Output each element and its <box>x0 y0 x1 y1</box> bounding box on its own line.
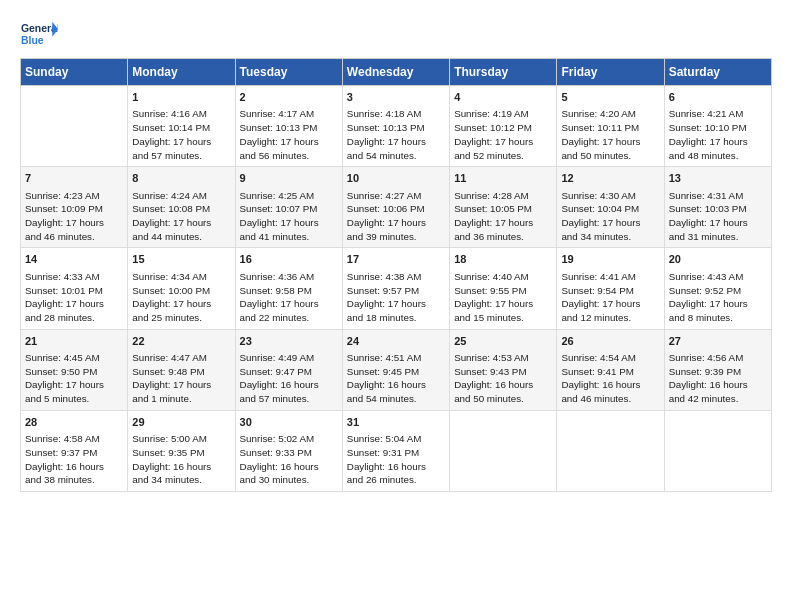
day-number: 19 <box>561 252 659 267</box>
calendar-cell <box>664 410 771 491</box>
day-number: 31 <box>347 415 445 430</box>
day-content: Sunrise: 4:36 AM Sunset: 9:58 PM Dayligh… <box>240 270 338 325</box>
svg-text:Blue: Blue <box>21 35 44 46</box>
calendar-cell: 9Sunrise: 4:25 AM Sunset: 10:07 PM Dayli… <box>235 167 342 248</box>
day-number: 29 <box>132 415 230 430</box>
day-number: 26 <box>561 334 659 349</box>
calendar-cell: 24Sunrise: 4:51 AM Sunset: 9:45 PM Dayli… <box>342 329 449 410</box>
page: General Blue SundayMondayTuesdayWednesda… <box>0 0 792 504</box>
day-number: 13 <box>669 171 767 186</box>
logo: General Blue <box>20 16 58 52</box>
calendar-cell: 25Sunrise: 4:53 AM Sunset: 9:43 PM Dayli… <box>450 329 557 410</box>
day-number: 6 <box>669 90 767 105</box>
calendar-cell: 3Sunrise: 4:18 AM Sunset: 10:13 PM Dayli… <box>342 86 449 167</box>
day-content: Sunrise: 4:33 AM Sunset: 10:01 PM Daylig… <box>25 270 123 325</box>
day-number: 25 <box>454 334 552 349</box>
day-number: 5 <box>561 90 659 105</box>
day-number: 23 <box>240 334 338 349</box>
day-content: Sunrise: 4:56 AM Sunset: 9:39 PM Dayligh… <box>669 351 767 406</box>
day-content: Sunrise: 4:45 AM Sunset: 9:50 PM Dayligh… <box>25 351 123 406</box>
day-content: Sunrise: 4:34 AM Sunset: 10:00 PM Daylig… <box>132 270 230 325</box>
calendar-cell: 29Sunrise: 5:00 AM Sunset: 9:35 PM Dayli… <box>128 410 235 491</box>
calendar-cell: 21Sunrise: 4:45 AM Sunset: 9:50 PM Dayli… <box>21 329 128 410</box>
day-number: 30 <box>240 415 338 430</box>
day-content: Sunrise: 4:49 AM Sunset: 9:47 PM Dayligh… <box>240 351 338 406</box>
day-number: 12 <box>561 171 659 186</box>
calendar-cell: 8Sunrise: 4:24 AM Sunset: 10:08 PM Dayli… <box>128 167 235 248</box>
day-content: Sunrise: 4:51 AM Sunset: 9:45 PM Dayligh… <box>347 351 445 406</box>
day-content: Sunrise: 4:40 AM Sunset: 9:55 PM Dayligh… <box>454 270 552 325</box>
header: General Blue <box>20 16 772 52</box>
calendar-cell: 5Sunrise: 4:20 AM Sunset: 10:11 PM Dayli… <box>557 86 664 167</box>
calendar-cell: 20Sunrise: 4:43 AM Sunset: 9:52 PM Dayli… <box>664 248 771 329</box>
calendar-cell: 16Sunrise: 4:36 AM Sunset: 9:58 PM Dayli… <box>235 248 342 329</box>
day-number: 18 <box>454 252 552 267</box>
calendar-cell <box>557 410 664 491</box>
day-content: Sunrise: 4:47 AM Sunset: 9:48 PM Dayligh… <box>132 351 230 406</box>
week-row-5: 28Sunrise: 4:58 AM Sunset: 9:37 PM Dayli… <box>21 410 772 491</box>
header-cell-tuesday: Tuesday <box>235 59 342 86</box>
day-content: Sunrise: 4:54 AM Sunset: 9:41 PM Dayligh… <box>561 351 659 406</box>
day-number: 28 <box>25 415 123 430</box>
week-row-3: 14Sunrise: 4:33 AM Sunset: 10:01 PM Dayl… <box>21 248 772 329</box>
day-content: Sunrise: 4:20 AM Sunset: 10:11 PM Daylig… <box>561 107 659 162</box>
day-content: Sunrise: 5:02 AM Sunset: 9:33 PM Dayligh… <box>240 432 338 487</box>
day-number: 20 <box>669 252 767 267</box>
header-cell-wednesday: Wednesday <box>342 59 449 86</box>
day-content: Sunrise: 4:16 AM Sunset: 10:14 PM Daylig… <box>132 107 230 162</box>
day-number: 9 <box>240 171 338 186</box>
calendar-cell: 31Sunrise: 5:04 AM Sunset: 9:31 PM Dayli… <box>342 410 449 491</box>
header-cell-friday: Friday <box>557 59 664 86</box>
day-content: Sunrise: 4:53 AM Sunset: 9:43 PM Dayligh… <box>454 351 552 406</box>
calendar-cell: 27Sunrise: 4:56 AM Sunset: 9:39 PM Dayli… <box>664 329 771 410</box>
calendar-cell: 30Sunrise: 5:02 AM Sunset: 9:33 PM Dayli… <box>235 410 342 491</box>
day-number: 1 <box>132 90 230 105</box>
calendar-cell: 12Sunrise: 4:30 AM Sunset: 10:04 PM Dayl… <box>557 167 664 248</box>
calendar-cell: 14Sunrise: 4:33 AM Sunset: 10:01 PM Dayl… <box>21 248 128 329</box>
day-content: Sunrise: 4:28 AM Sunset: 10:05 PM Daylig… <box>454 189 552 244</box>
calendar-cell: 22Sunrise: 4:47 AM Sunset: 9:48 PM Dayli… <box>128 329 235 410</box>
day-number: 16 <box>240 252 338 267</box>
calendar-cell: 1Sunrise: 4:16 AM Sunset: 10:14 PM Dayli… <box>128 86 235 167</box>
day-content: Sunrise: 4:58 AM Sunset: 9:37 PM Dayligh… <box>25 432 123 487</box>
day-number: 15 <box>132 252 230 267</box>
calendar-cell: 4Sunrise: 4:19 AM Sunset: 10:12 PM Dayli… <box>450 86 557 167</box>
day-content: Sunrise: 4:43 AM Sunset: 9:52 PM Dayligh… <box>669 270 767 325</box>
week-row-4: 21Sunrise: 4:45 AM Sunset: 9:50 PM Dayli… <box>21 329 772 410</box>
day-content: Sunrise: 4:31 AM Sunset: 10:03 PM Daylig… <box>669 189 767 244</box>
day-number: 8 <box>132 171 230 186</box>
day-number: 4 <box>454 90 552 105</box>
calendar-cell: 2Sunrise: 4:17 AM Sunset: 10:13 PM Dayli… <box>235 86 342 167</box>
week-row-2: 7Sunrise: 4:23 AM Sunset: 10:09 PM Dayli… <box>21 167 772 248</box>
calendar-cell: 18Sunrise: 4:40 AM Sunset: 9:55 PM Dayli… <box>450 248 557 329</box>
day-number: 22 <box>132 334 230 349</box>
day-content: Sunrise: 4:17 AM Sunset: 10:13 PM Daylig… <box>240 107 338 162</box>
header-cell-saturday: Saturday <box>664 59 771 86</box>
calendar-cell: 17Sunrise: 4:38 AM Sunset: 9:57 PM Dayli… <box>342 248 449 329</box>
day-number: 17 <box>347 252 445 267</box>
calendar-cell: 26Sunrise: 4:54 AM Sunset: 9:41 PM Dayli… <box>557 329 664 410</box>
day-number: 7 <box>25 171 123 186</box>
day-number: 11 <box>454 171 552 186</box>
week-row-1: 1Sunrise: 4:16 AM Sunset: 10:14 PM Dayli… <box>21 86 772 167</box>
logo-svg: General Blue <box>20 16 58 52</box>
day-content: Sunrise: 4:21 AM Sunset: 10:10 PM Daylig… <box>669 107 767 162</box>
day-content: Sunrise: 4:23 AM Sunset: 10:09 PM Daylig… <box>25 189 123 244</box>
day-content: Sunrise: 4:24 AM Sunset: 10:08 PM Daylig… <box>132 189 230 244</box>
day-content: Sunrise: 4:18 AM Sunset: 10:13 PM Daylig… <box>347 107 445 162</box>
header-cell-sunday: Sunday <box>21 59 128 86</box>
day-content: Sunrise: 4:19 AM Sunset: 10:12 PM Daylig… <box>454 107 552 162</box>
calendar-cell: 10Sunrise: 4:27 AM Sunset: 10:06 PM Dayl… <box>342 167 449 248</box>
day-content: Sunrise: 5:00 AM Sunset: 9:35 PM Dayligh… <box>132 432 230 487</box>
day-number: 3 <box>347 90 445 105</box>
day-number: 14 <box>25 252 123 267</box>
calendar-cell: 11Sunrise: 4:28 AM Sunset: 10:05 PM Dayl… <box>450 167 557 248</box>
day-number: 27 <box>669 334 767 349</box>
calendar-table: SundayMondayTuesdayWednesdayThursdayFrid… <box>20 58 772 492</box>
calendar-cell: 6Sunrise: 4:21 AM Sunset: 10:10 PM Dayli… <box>664 86 771 167</box>
calendar-cell <box>21 86 128 167</box>
calendar-cell <box>450 410 557 491</box>
calendar-cell: 7Sunrise: 4:23 AM Sunset: 10:09 PM Dayli… <box>21 167 128 248</box>
header-row: SundayMondayTuesdayWednesdayThursdayFrid… <box>21 59 772 86</box>
header-cell-monday: Monday <box>128 59 235 86</box>
